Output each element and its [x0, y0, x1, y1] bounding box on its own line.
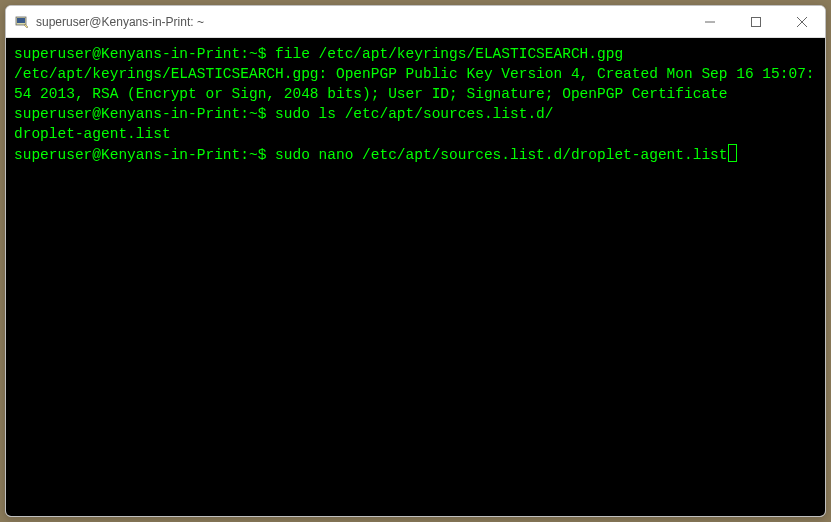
terminal-line: superuser@Kenyans-in-Print:~$ file /etc/…	[14, 44, 817, 64]
cursor	[728, 144, 737, 162]
minimize-button[interactable]	[687, 6, 733, 37]
command-text: file /etc/apt/keyrings/ELASTICSEARCH.gpg	[266, 46, 623, 62]
maximize-button[interactable]	[733, 6, 779, 37]
command-text: sudo nano /etc/apt/sources.list.d/drople…	[266, 147, 727, 163]
prompt: superuser@Kenyans-in-Print:~$	[14, 106, 266, 122]
terminal-output: /etc/apt/keyrings/ELASTICSEARCH.gpg: Ope…	[14, 64, 817, 104]
terminal-output: droplet-agent.list	[14, 124, 817, 144]
window-controls	[687, 6, 825, 37]
terminal-window: superuser@Kenyans-in-Print: ~ superuser@…	[5, 5, 826, 517]
close-button[interactable]	[779, 6, 825, 37]
svg-rect-2	[752, 17, 761, 26]
svg-rect-1	[17, 18, 25, 23]
titlebar[interactable]: superuser@Kenyans-in-Print: ~	[6, 6, 825, 38]
window-title: superuser@Kenyans-in-Print: ~	[36, 15, 687, 29]
terminal-line: superuser@Kenyans-in-Print:~$ sudo nano …	[14, 144, 817, 165]
terminal-body[interactable]: superuser@Kenyans-in-Print:~$ file /etc/…	[6, 38, 825, 516]
prompt: superuser@Kenyans-in-Print:~$	[14, 147, 266, 163]
prompt: superuser@Kenyans-in-Print:~$	[14, 46, 266, 62]
terminal-line: superuser@Kenyans-in-Print:~$ sudo ls /e…	[14, 104, 817, 124]
putty-icon	[14, 14, 30, 30]
command-text: sudo ls /etc/apt/sources.list.d/	[266, 106, 553, 122]
